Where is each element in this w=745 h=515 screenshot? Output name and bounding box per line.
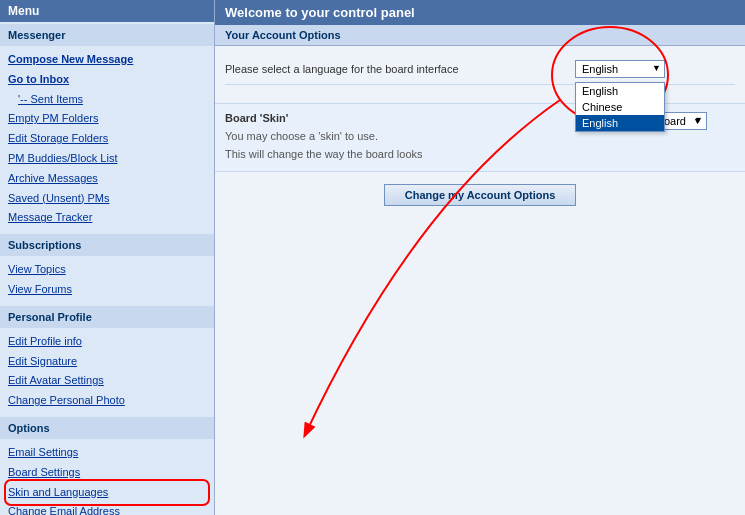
sidebar-item-archive[interactable]: Archive Messages bbox=[8, 169, 206, 189]
sidebar-item-tracker[interactable]: Message Tracker bbox=[8, 208, 206, 228]
account-options-content: Please select a language for the board i… bbox=[215, 46, 745, 103]
sidebar-links-profile: Edit Profile info Edit Signature Edit Av… bbox=[0, 328, 214, 415]
sidebar-item-forums[interactable]: View Forums bbox=[8, 280, 206, 300]
submit-row: Change my Account Options bbox=[215, 172, 745, 218]
sidebar-item-email-settings[interactable]: Email Settings bbox=[8, 443, 206, 463]
sidebar-item-inbox[interactable]: Go to Inbox bbox=[8, 70, 206, 90]
sidebar-item-change-photo[interactable]: Change Personal Photo bbox=[8, 391, 206, 411]
skin-section: Board 'Skin' You may choose a 'skin' to … bbox=[215, 103, 745, 172]
lang-option-chinese[interactable]: Chinese bbox=[576, 99, 664, 115]
skin-dropdown-icon: ▼ bbox=[693, 116, 702, 126]
sidebar-item-edit-storage[interactable]: Edit Storage Folders bbox=[8, 129, 206, 149]
sidebar-item-saved-pm[interactable]: Saved (Unsent) PMs bbox=[8, 189, 206, 209]
sidebar-section-messenger: Messenger bbox=[0, 24, 214, 46]
sidebar-item-change-email[interactable]: Change Email Address bbox=[8, 502, 206, 515]
sidebar-title: Menu bbox=[0, 0, 214, 22]
main-title: Welcome to your control panel bbox=[215, 0, 745, 25]
sidebar-section-options: Options bbox=[0, 417, 214, 439]
language-dropdown[interactable]: English Chinese English bbox=[575, 82, 665, 132]
sidebar-item-compose[interactable]: Compose New Message bbox=[8, 50, 206, 70]
sidebar-links-messenger: Compose New Message Go to Inbox '-- Sent… bbox=[0, 46, 214, 232]
sidebar-item-sent[interactable]: '-- Sent Items bbox=[18, 90, 206, 110]
submit-button[interactable]: Change my Account Options bbox=[384, 184, 577, 206]
main-content: Welcome to your control panel Your Accou… bbox=[215, 0, 745, 515]
sidebar-item-pm-buddies[interactable]: PM Buddies/Block List bbox=[8, 149, 206, 169]
sidebar-item-topics[interactable]: View Topics bbox=[8, 260, 206, 280]
sidebar-links-options: Email Settings Board Settings Skin and L… bbox=[0, 439, 214, 515]
sidebar-section-profile: Personal Profile bbox=[0, 306, 214, 328]
skin-desc-2: This will change the way the board looks bbox=[225, 146, 565, 164]
skin-desc-1: You may choose a 'skin' to use. bbox=[225, 128, 565, 146]
sidebar-section-subscriptions: Subscriptions bbox=[0, 234, 214, 256]
language-select-button[interactable]: English bbox=[575, 60, 665, 78]
language-form-row: Please select a language for the board i… bbox=[225, 54, 735, 85]
sidebar-links-subscriptions: View Topics View Forums bbox=[0, 256, 214, 304]
language-select-container[interactable]: English English Chinese English bbox=[575, 60, 665, 78]
sidebar: Menu Messenger Compose New Message Go to… bbox=[0, 0, 215, 515]
sidebar-item-edit-sig[interactable]: Edit Signature bbox=[8, 352, 206, 372]
sidebar-item-edit-avatar[interactable]: Edit Avatar Settings bbox=[8, 371, 206, 391]
sidebar-item-edit-profile[interactable]: Edit Profile info bbox=[8, 332, 206, 352]
skin-text: Board 'Skin' You may choose a 'skin' to … bbox=[225, 112, 565, 163]
sidebar-item-empty-pm[interactable]: Empty PM Folders bbox=[8, 109, 206, 129]
section-account-options: Your Account Options bbox=[215, 25, 745, 46]
skin-title: Board 'Skin' bbox=[225, 112, 565, 124]
language-label: Please select a language for the board i… bbox=[225, 63, 575, 75]
sidebar-item-skin-languages[interactable]: Skin and Languages bbox=[8, 483, 206, 503]
sidebar-item-board-settings[interactable]: Board Settings bbox=[8, 463, 206, 483]
language-select-wrapper: English English Chinese English bbox=[575, 60, 735, 78]
lang-option-english-1[interactable]: English bbox=[576, 83, 664, 99]
lang-option-english-2[interactable]: English bbox=[576, 115, 664, 131]
